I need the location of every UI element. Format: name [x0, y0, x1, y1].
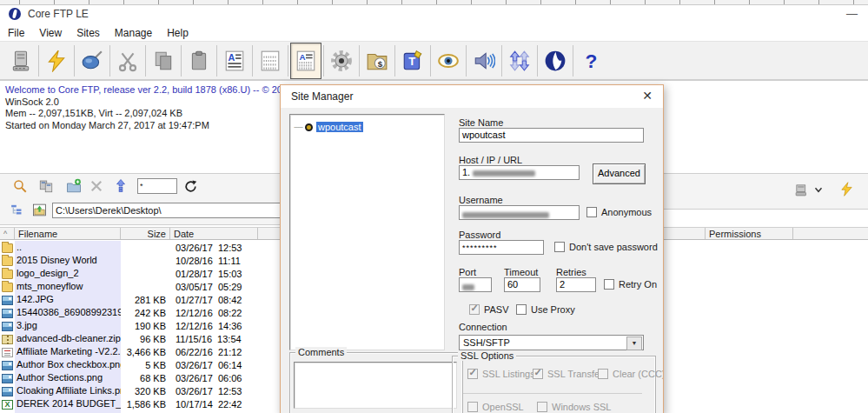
- remote-host-dropdown-button[interactable]: [809, 180, 828, 199]
- username-input[interactable]: [459, 205, 580, 220]
- refresh-button[interactable]: [181, 177, 200, 196]
- timeout-input[interactable]: 60: [504, 277, 540, 292]
- sort-column-header[interactable]: ^: [0, 228, 15, 239]
- upload-arrow-icon: [113, 178, 129, 194]
- filter-input[interactable]: [137, 178, 177, 194]
- hosts-button[interactable]: [5, 43, 36, 79]
- clear-ccc--checkbox[interactable]: Clear (CCC): [598, 369, 664, 379]
- openssl-checkbox[interactable]: OpenSSL: [467, 402, 524, 412]
- checkbox-box: [537, 402, 547, 412]
- date-column-header[interactable]: Date: [170, 228, 258, 239]
- retries-label: Retries: [556, 267, 586, 277]
- size-column-header[interactable]: Size: [121, 228, 170, 239]
- menu-file[interactable]: File: [8, 25, 24, 42]
- toolbar-separator: [359, 45, 360, 77]
- comments-group: Comments: [289, 352, 463, 413]
- host-redacted-value: [473, 170, 535, 177]
- anonymous-checkbox-label: Anonymous: [601, 207, 652, 217]
- password-input[interactable]: *********: [459, 240, 544, 255]
- view-log-button[interactable]: A: [219, 43, 250, 79]
- transfers-button[interactable]: [504, 43, 535, 79]
- dropdown-arrow-icon[interactable]: ▼: [626, 336, 642, 350]
- pdf-icon: [2, 348, 13, 357]
- question-mark-icon: ?: [580, 50, 602, 72]
- notes-button[interactable]: T: [397, 43, 428, 79]
- port-input[interactable]: [459, 277, 492, 292]
- file-name[interactable]: 15440386_869089923194...: [15, 306, 121, 319]
- about-button[interactable]: [540, 43, 571, 79]
- sounds-button[interactable]: [468, 43, 500, 79]
- file-name[interactable]: logo_design_2: [15, 267, 121, 280]
- use-proxy-checkbox[interactable]: Use Proxy: [516, 304, 575, 315]
- svg-text:A: A: [228, 52, 235, 63]
- retries-input[interactable]: 2: [556, 277, 596, 292]
- file-name[interactable]: Affiliate Marketing -V2.2.pdf: [15, 345, 121, 358]
- minimize-button[interactable]: —: [846, 7, 858, 20]
- quick-connect-button[interactable]: [41, 43, 72, 79]
- remote-host-button[interactable]: [792, 180, 811, 199]
- view-log-queue-button[interactable]: A: [290, 43, 321, 79]
- file-name[interactable]: Author Sections.png: [15, 371, 121, 384]
- file-name[interactable]: Cloaking Affiliate Links.png: [15, 384, 121, 397]
- close-icon[interactable]: ✕: [642, 89, 653, 103]
- file-name[interactable]: 142.JPG: [15, 293, 121, 306]
- options-button[interactable]: [326, 43, 357, 79]
- copy-button[interactable]: [148, 43, 179, 79]
- site-manager-button[interactable]: $: [361, 43, 393, 79]
- search-button[interactable]: [10, 177, 30, 196]
- menu-manage[interactable]: Manage: [115, 25, 152, 42]
- help-button[interactable]: ?: [575, 43, 606, 79]
- site-tree[interactable]: ----- wpoutcast: [289, 114, 445, 350]
- view-button[interactable]: [433, 43, 464, 79]
- host-input[interactable]: 1.: [459, 165, 580, 180]
- folder-icon: [2, 283, 13, 292]
- remote-quick-connect-button[interactable]: [837, 179, 856, 198]
- menu-view[interactable]: View: [39, 25, 62, 42]
- site-name-input[interactable]: wpoutcast: [459, 128, 644, 143]
- dont-save-password-checkbox[interactable]: Don't save password: [554, 242, 658, 252]
- file-date: 12/12/16 08:22: [170, 308, 258, 318]
- file-name[interactable]: DEREK 2014 BUDGET_F...: [15, 397, 121, 410]
- site-tree-item[interactable]: ----- wpoutcast: [294, 122, 363, 132]
- delete-x-icon: [89, 178, 104, 194]
- ssl-listings-checkbox[interactable]: SSL Listings: [467, 369, 535, 379]
- permissions-column-header[interactable]: Permissions: [706, 228, 793, 239]
- file-date: 03/05/17 05:29: [170, 282, 258, 292]
- site-tree-item-label[interactable]: wpoutcast: [316, 122, 363, 132]
- retry-on-checkbox[interactable]: Retry On: [604, 279, 657, 290]
- toolbar-separator: [288, 45, 288, 77]
- refresh-icon: [183, 179, 198, 194]
- upload-button[interactable]: [111, 177, 130, 196]
- remote-file-list-header: Permissions: [663, 227, 868, 240]
- comments-textarea[interactable]: [294, 362, 457, 409]
- pasv-checkbox[interactable]: PASV: [469, 304, 509, 315]
- menu-help[interactable]: Help: [167, 25, 189, 42]
- windows-ssl-checkbox[interactable]: Windows SSL: [537, 402, 611, 412]
- file-size: 281 KB: [121, 295, 170, 305]
- anonymous-checkbox[interactable]: Anonymous: [586, 207, 652, 217]
- cut-button[interactable]: [112, 43, 143, 79]
- file-name[interactable]: ..: [15, 241, 121, 254]
- paste-button[interactable]: [183, 43, 215, 79]
- svg-text:$: $: [378, 58, 383, 68]
- connection-dropdown[interactable]: SSH/SFTP ▼: [459, 335, 644, 350]
- file-date: 01/27/17 08:42: [170, 295, 258, 305]
- folder-up-button[interactable]: [30, 200, 49, 219]
- file-name[interactable]: 3.jpg: [15, 319, 121, 332]
- advanced-button[interactable]: Advanced: [593, 163, 646, 184]
- file-name[interactable]: mts_moneyflow: [15, 280, 121, 293]
- checkbox-box: [469, 304, 480, 315]
- view-queue-button[interactable]: [255, 43, 286, 79]
- new-folder-button[interactable]: [64, 177, 83, 196]
- coreftp-logo-icon: [544, 50, 567, 72]
- delete-button[interactable]: [87, 177, 106, 196]
- menu-sites[interactable]: Sites: [76, 25, 100, 42]
- connect-button[interactable]: [76, 43, 108, 79]
- tree-view-button[interactable]: [7, 200, 26, 219]
- file-name[interactable]: 2015 Disney World: [15, 254, 121, 267]
- sync-browse-button[interactable]: [36, 177, 56, 196]
- file-name[interactable]: advanced-db-cleaner.zip: [15, 332, 121, 345]
- ssl-transfer-checkbox[interactable]: SSL Transfer: [533, 369, 603, 379]
- filename-column-header[interactable]: Filename: [15, 228, 121, 239]
- file-name[interactable]: Author Box checkbox.png: [15, 358, 121, 371]
